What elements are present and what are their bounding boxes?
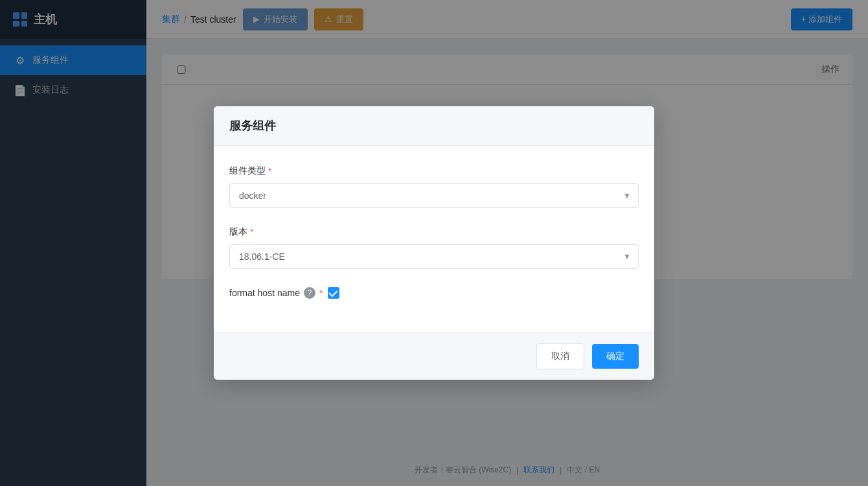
form-group-version: 版本 * 18.06.1-CE ▼ xyxy=(229,226,639,269)
form-label-type: 组件类型 * xyxy=(229,165,639,177)
form-group-format-hostname: format host name ? * xyxy=(229,287,639,299)
required-star-version: * xyxy=(250,227,253,237)
format-hostname-checkbox[interactable] xyxy=(328,287,339,299)
type-select[interactable]: docker xyxy=(229,183,639,208)
modal-title: 服务组件 xyxy=(229,119,276,132)
format-hostname-label: format host name ? * xyxy=(229,287,323,299)
type-select-wrapper: docker ▼ xyxy=(229,183,639,208)
required-star-format-hostname: * xyxy=(319,288,323,298)
modal-footer: 取消 确定 xyxy=(214,332,654,380)
modal-body: 组件类型 * docker ▼ 版本 * 18.06.1-CE ▼ xyxy=(214,146,654,332)
form-label-version: 版本 * xyxy=(229,226,639,238)
required-star-type: * xyxy=(268,166,271,176)
modal-overlay: 服务组件 组件类型 * docker ▼ 版本 * xyxy=(0,0,868,486)
cancel-button[interactable]: 取消 xyxy=(536,343,584,369)
version-select-wrapper: 18.06.1-CE ▼ xyxy=(229,244,639,269)
help-icon-format-hostname[interactable]: ? xyxy=(304,287,315,299)
confirm-button[interactable]: 确定 xyxy=(592,344,639,369)
modal-header: 服务组件 xyxy=(214,106,654,146)
form-group-type: 组件类型 * docker ▼ xyxy=(229,165,639,208)
version-select[interactable]: 18.06.1-CE xyxy=(229,244,639,269)
modal-service-component: 服务组件 组件类型 * docker ▼ 版本 * xyxy=(214,106,654,380)
form-inline-format-hostname: format host name ? * xyxy=(229,287,639,299)
